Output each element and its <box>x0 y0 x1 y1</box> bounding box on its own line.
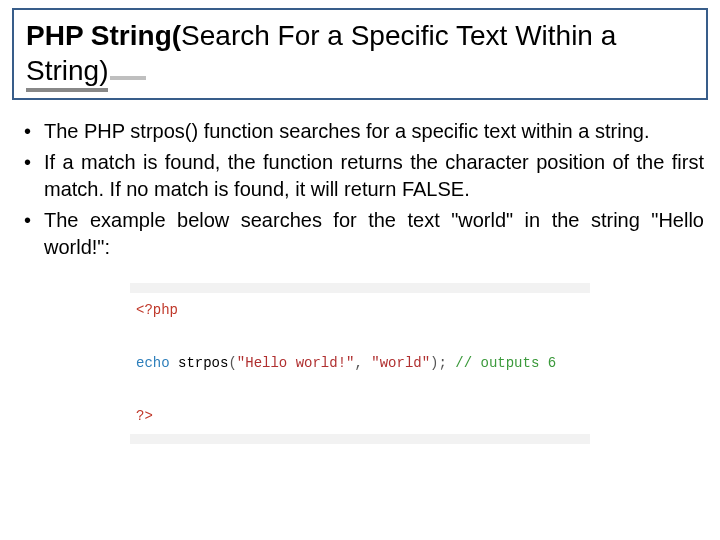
list-item: If a match is found, the function return… <box>16 149 704 203</box>
title-ghost-underline <box>110 76 146 80</box>
list-item: The PHP strpos() function searches for a… <box>16 118 704 145</box>
string-arg1: "Hello world!" <box>237 355 355 371</box>
bullet-text: The PHP strpos() function searches for a… <box>44 120 649 142</box>
list-item: The example below searches for the text … <box>16 207 704 261</box>
title-bold-prefix: PHP String( <box>26 20 181 51</box>
bullet-text: The example below searches for the text … <box>44 209 704 258</box>
title-box: PHP String(Search For a Specific Text Wi… <box>12 8 708 100</box>
slide: PHP String(Search For a Specific Text Wi… <box>0 0 720 540</box>
semicolon: ; <box>439 355 447 371</box>
bullet-text: If a match is found, the function return… <box>44 151 704 200</box>
title-underlined-tail: String) <box>26 53 108 92</box>
function-name: strpos <box>178 355 228 371</box>
php-open-tag: <?php <box>136 302 178 318</box>
comment: // outputs 6 <box>455 355 556 371</box>
paren-open: ( <box>228 355 236 371</box>
comma: , <box>354 355 371 371</box>
php-close-tag: ?> <box>136 408 153 424</box>
string-arg2: "world" <box>371 355 430 371</box>
slide-title: PHP String(Search For a Specific Text Wi… <box>26 18 694 88</box>
keyword-echo: echo <box>136 355 170 371</box>
paren-close: ) <box>430 355 438 371</box>
title-mid: Search For a Specific Text Within a <box>181 20 616 51</box>
code-block: <?php echo strpos("Hello world!", "world… <box>130 293 590 434</box>
code-example: <?php echo strpos("Hello world!", "world… <box>130 283 590 444</box>
bullet-list: The PHP strpos() function searches for a… <box>12 118 708 261</box>
code-top-stripe <box>130 283 590 293</box>
code-bottom-stripe <box>130 434 590 444</box>
